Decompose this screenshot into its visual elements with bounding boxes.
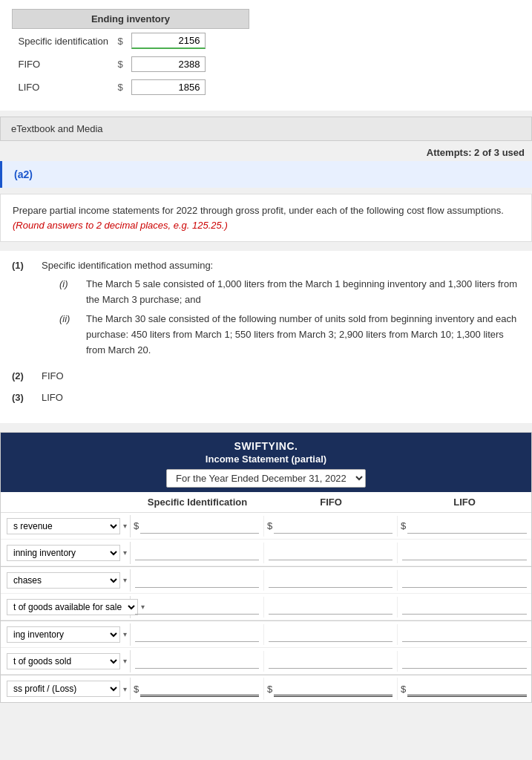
row-label-select[interactable]: ss profit / (Loss): [7, 681, 120, 697]
list-item: (1) Specific identification method assum…: [12, 258, 520, 363]
col-fifo: FIFO: [264, 497, 398, 508]
income-input[interactable]: [269, 573, 393, 588]
row-label: FIFO: [13, 53, 116, 76]
income-input[interactable]: [140, 519, 259, 534]
income-cell[interactable]: [264, 543, 398, 563]
row-label-cell[interactable]: ing inventory ▾: [1, 623, 131, 646]
row-label-select[interactable]: chases: [7, 572, 120, 589]
chevron-icon: ▾: [123, 685, 127, 693]
income-cell[interactable]: [398, 597, 531, 618]
income-cell[interactable]: [264, 624, 398, 645]
dollar-sign: $: [267, 520, 272, 531]
income-row: s revenue ▾ $ $ $: [1, 513, 531, 540]
income-cell[interactable]: [131, 597, 264, 618]
income-input[interactable]: [269, 627, 393, 642]
round-note: (Round answers to 2 decimal places, e.g.…: [13, 220, 228, 231]
period-select[interactable]: For the Year Ended December 31, 2022: [166, 469, 366, 488]
dollar-sign: $: [401, 684, 406, 695]
income-cell[interactable]: [398, 543, 531, 563]
income-input[interactable]: [402, 573, 527, 588]
dollar-sign: $: [116, 53, 128, 76]
value-input[interactable]: [131, 79, 206, 95]
row-label-cell[interactable]: s revenue ▾: [1, 515, 131, 537]
income-input[interactable]: [274, 681, 393, 697]
income-input[interactable]: [269, 546, 393, 560]
income-cell[interactable]: $: [264, 516, 398, 537]
income-input[interactable]: [407, 681, 527, 697]
sub-item: (i) The March 5 sale consisted of 1,000 …: [59, 277, 520, 308]
row-value-cell[interactable]: [128, 53, 249, 76]
row-label: LIFO: [13, 76, 116, 99]
income-cell[interactable]: $: [131, 678, 264, 700]
income-col-headers: Specific Identification FIFO LIFO: [1, 492, 531, 513]
item-num: (3): [12, 390, 33, 406]
row-value-cell[interactable]: [128, 29, 249, 53]
dollar-sign: $: [116, 76, 128, 99]
income-input[interactable]: [402, 654, 527, 669]
income-cell[interactable]: $: [264, 678, 398, 700]
income-cell[interactable]: $: [398, 516, 531, 537]
income-cell[interactable]: [264, 597, 398, 618]
income-cell[interactable]: [131, 624, 264, 645]
income-cell[interactable]: $: [131, 516, 264, 537]
income-cell[interactable]: [131, 570, 264, 591]
row-label-select[interactable]: t of goods sold: [7, 653, 120, 669]
table-row: FIFO $: [13, 53, 249, 76]
income-input[interactable]: [402, 627, 527, 642]
value-input[interactable]: [131, 56, 206, 72]
income-input[interactable]: [135, 573, 259, 588]
row-label-cell[interactable]: t of goods sold ▾: [1, 650, 131, 672]
sub-label: (i): [59, 277, 80, 308]
col-lifo: LIFO: [398, 497, 531, 508]
income-input[interactable]: [140, 681, 259, 697]
income-input[interactable]: [407, 519, 527, 534]
income-cell[interactable]: $: [398, 678, 531, 700]
col-specific-id: Specific Identification: [131, 497, 264, 508]
item-num: (2): [12, 369, 33, 384]
row-label-cell[interactable]: chases ▾: [1, 569, 131, 592]
income-input[interactable]: [135, 627, 259, 642]
income-cell[interactable]: [131, 651, 264, 672]
dollar-sign: $: [134, 684, 139, 695]
income-input[interactable]: [135, 546, 259, 560]
income-input[interactable]: [269, 654, 393, 669]
dollar-sign: $: [134, 520, 139, 531]
row-label-select[interactable]: t of goods available for sale: [7, 599, 138, 615]
income-input[interactable]: [269, 600, 393, 615]
income-input[interactable]: [135, 600, 259, 615]
instructions-box: Prepare partial income statements for 20…: [0, 194, 532, 242]
income-cell[interactable]: [264, 570, 398, 591]
income-input[interactable]: [402, 600, 527, 615]
row-label-cell[interactable]: ss profit / (Loss) ▾: [1, 678, 131, 700]
item-text: FIFO: [42, 370, 64, 381]
row-label-cell[interactable]: t of goods available for sale ▾: [1, 596, 131, 618]
income-cell[interactable]: [398, 651, 531, 672]
income-cell[interactable]: [264, 651, 398, 672]
a2-label: (a2): [14, 168, 33, 180]
income-row: inning inventory ▾: [1, 540, 531, 566]
item-content: LIFO: [42, 390, 63, 406]
table-row: Specific identification $: [13, 29, 249, 53]
ending-inventory-table: Ending inventory Specific identification…: [12, 9, 249, 99]
item-text: LIFO: [42, 392, 63, 403]
income-cell[interactable]: [131, 543, 264, 563]
etextbook-bar[interactable]: eTextbook and Media: [0, 117, 532, 141]
income-input[interactable]: [274, 519, 393, 534]
row-label-select[interactable]: inning inventory: [7, 545, 120, 561]
row-label-select[interactable]: s revenue: [7, 518, 120, 534]
row-label-cell[interactable]: inning inventory ▾: [1, 542, 131, 564]
income-input[interactable]: [402, 546, 527, 560]
income-row: t of goods sold ▾: [1, 648, 531, 675]
income-rows: s revenue ▾ $ $ $ inning inventory ▾: [1, 513, 531, 702]
income-row: t of goods available for sale ▾: [1, 594, 531, 620]
value-input[interactable]: [131, 33, 206, 49]
sub-text: The March 5 sale consisted of 1,000 lite…: [86, 277, 520, 308]
income-row: ss profit / (Loss) ▾ $ $ $: [1, 675, 531, 702]
income-cell[interactable]: [398, 624, 531, 645]
row-value-cell[interactable]: [128, 76, 249, 99]
row-label-select[interactable]: ing inventory: [7, 626, 120, 643]
income-input[interactable]: [135, 654, 259, 669]
income-cell[interactable]: [398, 570, 531, 591]
chevron-icon: ▾: [123, 576, 127, 584]
ending-inventory-header: Ending inventory: [13, 10, 249, 29]
